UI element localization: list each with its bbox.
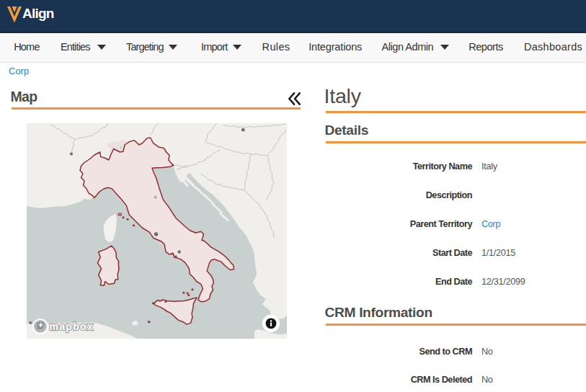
svg-text:mapbox: mapbox — [50, 321, 94, 332]
